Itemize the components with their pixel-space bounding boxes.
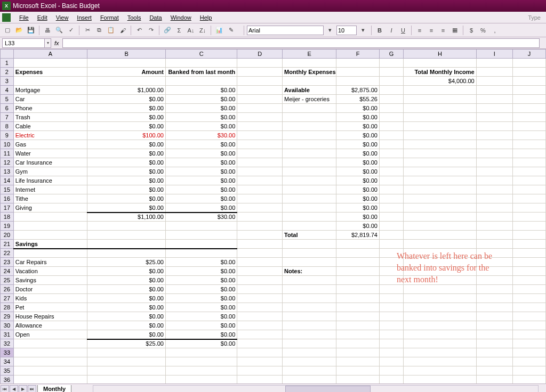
comma-icon[interactable]: , <box>489 25 500 36</box>
cell-J28[interactable] <box>512 303 545 312</box>
row-header-10[interactable]: 10 <box>1 140 14 149</box>
cell-A18[interactable] <box>13 213 87 222</box>
cell-I4[interactable] <box>476 86 512 95</box>
cell-E15[interactable] <box>283 185 336 194</box>
cell-J18[interactable] <box>512 213 545 222</box>
cell-I30[interactable] <box>476 321 512 330</box>
italic-button[interactable]: I <box>386 25 397 36</box>
cell-D8[interactable] <box>237 122 283 131</box>
cell-A3[interactable] <box>13 77 87 86</box>
cell-D29[interactable] <box>237 312 283 321</box>
cell-G1[interactable] <box>379 59 403 68</box>
menu-insert[interactable]: Insert <box>73 13 96 22</box>
row-header-9[interactable]: 9 <box>1 131 14 140</box>
cell-C26[interactable]: $0.00 <box>165 285 237 294</box>
cell-A27[interactable]: Kids <box>13 294 87 303</box>
cell-G5[interactable] <box>379 95 403 104</box>
drawing-icon[interactable]: ✎ <box>226 25 236 36</box>
row-header-8[interactable]: 8 <box>1 122 14 131</box>
cell-C4[interactable]: $0.00 <box>165 86 237 95</box>
cell-G12[interactable] <box>379 158 403 167</box>
cell-C13[interactable]: $0.00 <box>165 167 237 176</box>
cell-A21[interactable]: Savings <box>13 240 87 249</box>
cell-E11[interactable] <box>283 149 336 158</box>
cell-G27[interactable] <box>379 294 403 303</box>
cell-B10[interactable]: $0.00 <box>87 140 166 149</box>
cell-B6[interactable]: $0.00 <box>87 104 166 113</box>
cell-C25[interactable]: $0.00 <box>165 276 237 285</box>
row-header-36[interactable]: 36 <box>1 375 14 384</box>
cell-F10[interactable]: $0.00 <box>336 140 380 149</box>
cell-F11[interactable]: $0.00 <box>336 149 380 158</box>
cell-A19[interactable] <box>13 222 87 231</box>
cell-A15[interactable]: Internet <box>13 185 87 194</box>
cell-E10[interactable] <box>283 140 336 149</box>
cell-I32[interactable] <box>476 339 512 348</box>
cell-J24[interactable] <box>512 267 545 276</box>
cell-A33[interactable] <box>13 348 87 357</box>
cell-D34[interactable] <box>237 357 283 366</box>
cell-B35[interactable] <box>87 366 166 375</box>
cell-I35[interactable] <box>476 366 512 375</box>
cell-D33[interactable] <box>237 348 283 357</box>
cell-D28[interactable] <box>237 303 283 312</box>
cell-E16[interactable] <box>283 194 336 203</box>
cell-F31[interactable] <box>336 330 380 339</box>
spelling-icon[interactable]: ✓ <box>66 25 76 36</box>
row-header-15[interactable]: 15 <box>1 185 14 194</box>
cell-A14[interactable]: Life Insurance <box>13 176 87 185</box>
cell-I2[interactable] <box>476 68 512 77</box>
cell-F18[interactable]: $0.00 <box>336 213 380 222</box>
cell-F7[interactable]: $0.00 <box>336 113 380 122</box>
row-header-3[interactable]: 3 <box>1 77 14 86</box>
row-header-19[interactable]: 19 <box>1 222 14 231</box>
cell-C3[interactable] <box>165 77 237 86</box>
cell-A6[interactable]: Phone <box>13 104 87 113</box>
cell-C15[interactable]: $0.00 <box>165 185 237 194</box>
cell-B36[interactable] <box>87 375 166 384</box>
horizontal-scrollbar[interactable] <box>93 385 539 393</box>
cell-H29[interactable] <box>404 312 476 321</box>
cell-C19[interactable] <box>165 222 237 231</box>
row-header-29[interactable]: 29 <box>1 312 14 321</box>
cell-D9[interactable] <box>237 131 283 140</box>
cell-I20[interactable] <box>476 231 512 240</box>
cell-E8[interactable] <box>283 122 336 131</box>
cell-B34[interactable] <box>87 357 166 366</box>
cell-D3[interactable] <box>237 77 283 86</box>
cell-F30[interactable] <box>336 321 380 330</box>
col-header-D[interactable]: D <box>237 50 283 59</box>
cell-G15[interactable] <box>379 185 403 194</box>
menu-tools[interactable]: Tools <box>123 13 146 22</box>
cell-E13[interactable] <box>283 167 336 176</box>
cell-H30[interactable] <box>404 321 476 330</box>
cell-C6[interactable]: $0.00 <box>165 104 237 113</box>
cell-C28[interactable]: $0.00 <box>165 303 237 312</box>
new-icon[interactable]: ▢ <box>2 25 13 36</box>
row-header-30[interactable]: 30 <box>1 321 14 330</box>
cell-B4[interactable]: $1,000.00 <box>87 86 166 95</box>
help-search[interactable]: Type <box>528 14 544 21</box>
cell-D16[interactable] <box>237 194 283 203</box>
cell-G11[interactable] <box>379 149 403 158</box>
cell-J1[interactable] <box>512 59 545 68</box>
print-icon[interactable]: 🖶 <box>42 25 53 36</box>
cell-B9[interactable]: $100.00 <box>87 131 166 140</box>
cell-C16[interactable]: $0.00 <box>165 194 237 203</box>
cell-D26[interactable] <box>237 285 283 294</box>
menu-data[interactable]: Data <box>145 13 166 22</box>
cell-J4[interactable] <box>512 86 545 95</box>
cell-H36[interactable] <box>404 375 476 384</box>
cell-D15[interactable] <box>237 185 283 194</box>
cell-E28[interactable] <box>283 303 336 312</box>
cell-A13[interactable]: Gym <box>13 167 87 176</box>
copy-icon[interactable]: ⧉ <box>94 25 105 36</box>
menu-edit[interactable]: Edit <box>33 13 52 22</box>
cell-I24[interactable] <box>476 267 512 276</box>
cell-I26[interactable] <box>476 285 512 294</box>
cell-A24[interactable]: Vacation <box>13 267 87 276</box>
cell-G28[interactable] <box>379 303 403 312</box>
cell-A11[interactable]: Water <box>13 149 87 158</box>
cell-G2[interactable] <box>379 68 403 77</box>
cell-J12[interactable] <box>512 158 545 167</box>
